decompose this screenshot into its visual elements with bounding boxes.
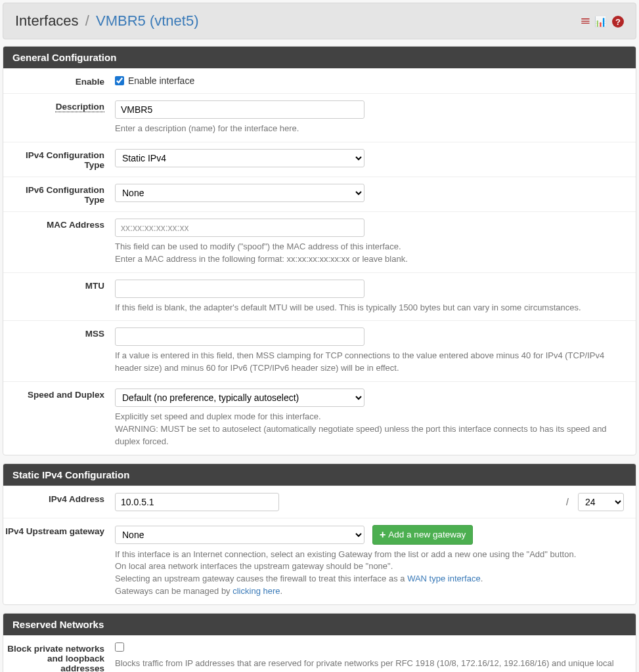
sliders-icon[interactable]: [582, 14, 589, 28]
select-ipv4type[interactable]: Static IPv4: [115, 149, 364, 167]
input-ipv4addr[interactable]: [115, 493, 279, 511]
label-blockpriv: Block private networks and loopback addr…: [3, 642, 115, 672]
wan-type-link[interactable]: WAN type interface: [407, 574, 481, 583]
select-ipv4cidr[interactable]: 24: [578, 493, 624, 511]
help-description: Enter a description (name) for the inter…: [115, 123, 624, 135]
row-ipv4type: IPv4 Configuration Type Static IPv4: [3, 142, 636, 177]
plus-icon: +: [380, 529, 386, 541]
label-ipv6type: IPv6 Configuration Type: [3, 184, 115, 205]
label-mtu: MTU: [3, 280, 115, 314]
page-header: Interfaces / VMBR5 (vtnet5): [3, 3, 636, 39]
label-ipv4type: IPv4 Configuration Type: [3, 149, 115, 170]
add-gateway-label: Add a new gateway: [388, 530, 466, 539]
help-speed1: Explicitly set speed and duplex mode for…: [115, 411, 624, 423]
help-mac2: Enter a MAC address in the following for…: [115, 253, 624, 266]
reserved-networks-panel: Reserved Networks Block private networks…: [3, 613, 636, 672]
row-mtu: MTU If this field is blank, the adapter'…: [3, 272, 636, 321]
row-ipv6type: IPv6 Configuration Type None: [3, 177, 636, 211]
help-speed2: WARNING: MUST be set to autoselect (auto…: [115, 423, 624, 448]
breadcrumb: Interfaces / VMBR5 (vtnet5): [15, 12, 198, 30]
help-icon[interactable]: [612, 14, 624, 28]
checkbox-enable-label: Enable interface: [128, 75, 194, 86]
input-description[interactable]: [115, 100, 364, 119]
row-enable: Enable Enable interface: [3, 68, 636, 93]
help-mss: If a value is entered in this field, the…: [115, 350, 624, 375]
checkbox-enable-interface[interactable]: [115, 76, 124, 85]
select-gateway[interactable]: None: [115, 526, 364, 544]
help-gateway3: Selecting an upstream gateway causes the…: [115, 573, 624, 585]
row-mss: MSS If a value is entered in this field,…: [3, 320, 636, 381]
input-mac[interactable]: [115, 219, 364, 237]
breadcrumb-current[interactable]: VMBR5 (vtnet5): [96, 12, 199, 29]
row-ipv4addr: IPv4 Address / 24: [3, 486, 636, 518]
help-blockpriv: Blocks traffic from IP addresses that ar…: [115, 658, 624, 672]
label-ipv4addr: IPv4 Address: [3, 493, 115, 511]
row-gateway: IPv4 Upstream gateway None + Add a new g…: [3, 518, 636, 604]
select-ipv6type[interactable]: None: [115, 184, 364, 202]
select-speed[interactable]: Default (no preference, typically autose…: [115, 388, 364, 407]
row-speed: Speed and Duplex Default (no preference,…: [3, 381, 636, 455]
cidr-separator: /: [566, 497, 569, 507]
static-ipv4-panel: Static IPv4 Configuration IPv4 Address /…: [3, 463, 636, 605]
breadcrumb-root[interactable]: Interfaces: [15, 12, 79, 29]
row-blockpriv: Block private networks and loopback addr…: [3, 635, 636, 672]
help-gateway2: On local area network interfaces the ups…: [115, 560, 624, 573]
label-speed: Speed and Duplex: [3, 388, 115, 448]
help-gateway4: Gateways can be managed by clicking here…: [115, 585, 624, 598]
help-mac1: This field can be used to modify ("spoof…: [115, 241, 624, 253]
input-mss[interactable]: [115, 327, 364, 346]
help-mtu: If this field is blank, the adapter's de…: [115, 302, 624, 314]
label-mac: MAC Address: [3, 219, 115, 266]
panel-heading-staticv4: Static IPv4 Configuration: [3, 464, 636, 486]
chart-icon[interactable]: [594, 14, 607, 28]
add-gateway-button[interactable]: + Add a new gateway: [372, 525, 473, 545]
header-icons: [582, 14, 624, 28]
manage-gateways-link[interactable]: clicking here: [232, 586, 280, 596]
general-configuration-panel: General Configuration Enable Enable inte…: [3, 46, 636, 455]
label-gateway: IPv4 Upstream gateway: [3, 525, 115, 598]
row-description: Description Enter a description (name) f…: [3, 93, 636, 142]
breadcrumb-separator: /: [85, 12, 89, 29]
row-mac: MAC Address This field can be used to mo…: [3, 211, 636, 272]
panel-heading-general: General Configuration: [3, 47, 636, 68]
help-gateway1: If this interface is an Internet connect…: [115, 549, 624, 561]
label-mss: MSS: [3, 327, 115, 375]
panel-heading-reserved: Reserved Networks: [3, 614, 636, 635]
label-description: Description: [3, 100, 115, 135]
label-enable: Enable: [3, 75, 115, 87]
checkbox-blockpriv[interactable]: [115, 642, 124, 652]
input-mtu[interactable]: [115, 280, 364, 298]
